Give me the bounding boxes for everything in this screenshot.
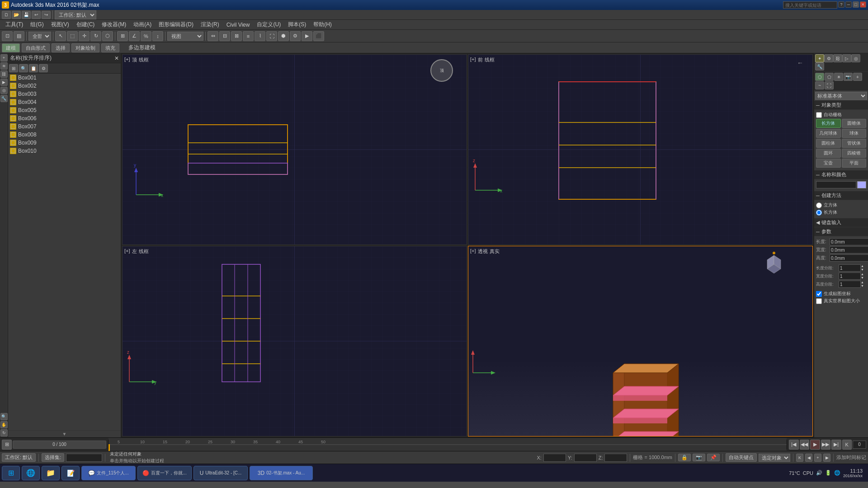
rotate-btn[interactable]: ↻	[90, 31, 101, 41]
close-button[interactable]: ✕	[860, 1, 866, 8]
menu-group[interactable]: 组(G)	[27, 20, 47, 29]
menu-animation[interactable]: 动画(A)	[130, 20, 155, 29]
height-input[interactable]	[830, 254, 868, 262]
width-input[interactable]	[830, 246, 868, 253]
menu-tools[interactable]: 工具(T)	[2, 20, 27, 29]
align-view-btn[interactable]: ⊠	[231, 31, 242, 41]
box-btn[interactable]: 长方体	[816, 119, 841, 128]
workspace-label[interactable]: 工作区: 默认	[2, 453, 36, 462]
y-coord-input[interactable]	[574, 454, 597, 462]
cone-btn[interactable]: 圆锥体	[842, 119, 867, 128]
z-coord-input[interactable]	[604, 454, 627, 462]
geosphere-btn[interactable]: 球体	[842, 129, 867, 138]
freeform-tab[interactable]: 自由形式	[22, 43, 50, 52]
x-coord-input[interactable]	[543, 454, 566, 462]
params-section[interactable]: ─ 参数	[814, 227, 868, 236]
orbit-tool[interactable]: ↻	[0, 429, 8, 436]
prev-frame-btn[interactable]: ◀◀	[800, 440, 810, 450]
object-type-section[interactable]: ─ 对象类型	[814, 101, 868, 110]
snap-magnet-btn[interactable]: 🔒	[678, 454, 691, 461]
frame-input[interactable]	[853, 441, 866, 449]
scale-btn[interactable]: ⬡	[102, 31, 113, 41]
panel-tool-2[interactable]: 🔍	[19, 64, 28, 72]
menu-help[interactable]: 帮助(H)	[310, 20, 335, 29]
workspace-selector[interactable]: 工作区: 默认	[55, 10, 96, 19]
menu-create[interactable]: 创建(C)	[73, 20, 99, 29]
search-input[interactable]	[783, 1, 837, 9]
maximize-button[interactable]: □	[853, 1, 859, 8]
new-button[interactable]: 🗋	[2, 11, 11, 19]
next-frame-btn[interactable]: ▶▶	[821, 440, 831, 450]
length-segs-spinner[interactable]: ▲ ▼	[861, 264, 866, 272]
display-icon[interactable]: ◎	[851, 54, 860, 62]
list-item[interactable]: Box009	[8, 139, 121, 147]
hierarchy-icon[interactable]: ⛓	[833, 54, 842, 62]
list-item[interactable]: Box007	[8, 122, 121, 131]
snap-toggle[interactable]: ⊞	[117, 31, 128, 41]
panel-tool-3[interactable]: 📋	[29, 64, 38, 72]
modeling-tab[interactable]: 建模	[2, 43, 20, 52]
height-segs-spinner[interactable]: ▲ ▼	[861, 281, 866, 288]
align-btn[interactable]: ⊟	[219, 31, 230, 41]
go-end-btn[interactable]: ▶|	[831, 440, 841, 450]
length-input[interactable]	[830, 238, 868, 245]
real-world-checkbox[interactable]	[816, 298, 822, 304]
viewport-front[interactable]: [+] 前 线框	[468, 54, 813, 245]
object-name-input[interactable]	[816, 181, 856, 188]
object-paint-tab[interactable]: 对象绘制	[71, 43, 99, 52]
auto-key-label[interactable]: 自动关键点	[726, 453, 757, 462]
tube-btn[interactable]: 管状体	[842, 139, 867, 148]
prev-key-btn[interactable]: ◀	[805, 454, 812, 462]
system-icon[interactable]: ⛶	[825, 81, 834, 89]
select-region-btn[interactable]: ⬚	[67, 31, 78, 41]
keyboard-input-section[interactable]: ◀ 键盘输入	[814, 218, 868, 227]
color-swatch[interactable]	[857, 181, 866, 188]
filter-dropdown[interactable]: 全部	[28, 32, 51, 41]
panel-tool-1[interactable]: ⊞	[9, 64, 18, 72]
key-btn[interactable]: K	[796, 454, 803, 462]
gen-map-checkbox[interactable]	[816, 291, 822, 297]
move-btn[interactable]: ✛	[79, 31, 90, 41]
list-item[interactable]: Box008	[8, 131, 121, 139]
go-start-btn[interactable]: |◀	[789, 440, 799, 450]
taskbar-3dsmax[interactable]: 3D 02-书架.max - Au...	[250, 466, 313, 480]
menu-customize[interactable]: 自定义(U)	[253, 20, 284, 29]
render-btn[interactable]: ▶	[302, 31, 312, 41]
plane-btn[interactable]: 平面	[842, 159, 867, 168]
taskbar-file-manager[interactable]: 📁	[42, 466, 60, 480]
undo-button[interactable]: ↩	[32, 11, 41, 19]
auto-grid-checkbox[interactable]	[816, 112, 822, 118]
selection-set-input[interactable]	[66, 454, 102, 462]
width-segs-spinner[interactable]: ▲ ▼	[861, 272, 866, 280]
fill-tab[interactable]: 填充	[101, 43, 119, 52]
menu-modifier[interactable]: 修改器(M)	[98, 20, 130, 29]
start-button[interactable]: ⊞	[2, 466, 20, 480]
navigation-cube-top[interactable]: 顶	[430, 59, 453, 82]
play-btn[interactable]: ▶	[810, 440, 820, 450]
create-icon[interactable]: ✦	[815, 54, 824, 62]
open-button[interactable]: 📂	[12, 11, 21, 19]
cube-radio[interactable]	[816, 202, 822, 208]
torus-btn[interactable]: 圆环	[816, 149, 841, 158]
shape-icon[interactable]: ⬠	[825, 73, 834, 81]
next-key-btn[interactable]: ▶	[823, 454, 830, 462]
select-mode-dropdown[interactable]: 选定对象	[759, 454, 790, 462]
title-bar-controls[interactable]: ? ─ □ ✕	[783, 1, 866, 9]
menu-render[interactable]: 渲染(R)	[197, 20, 223, 29]
menu-view[interactable]: 视图(V)	[47, 20, 73, 29]
modify-icon[interactable]: ⚙	[824, 54, 833, 62]
modify-tool[interactable]: ≋	[0, 62, 8, 70]
menu-graph-editor[interactable]: 图形编辑器(D)	[155, 20, 197, 29]
height-segs-input[interactable]	[839, 281, 861, 288]
save-button[interactable]: 💾	[22, 11, 31, 19]
panel-close-btn[interactable]: ✕	[114, 55, 119, 61]
spinner-snap[interactable]: ↕	[152, 31, 163, 41]
render-frame-btn[interactable]: ⬛	[313, 31, 324, 41]
snap-camera-btn[interactable]: 📷	[693, 454, 705, 461]
taskbar-ultraedit[interactable]: U UltraEdit-32 - [C...	[193, 466, 248, 480]
list-item[interactable]: Box002	[8, 82, 121, 90]
angle-snap[interactable]: ∠	[129, 31, 140, 41]
select-btn[interactable]: ↖	[55, 31, 66, 41]
helper-icon[interactable]: +	[853, 73, 862, 81]
redo-button[interactable]: ↪	[42, 11, 51, 19]
